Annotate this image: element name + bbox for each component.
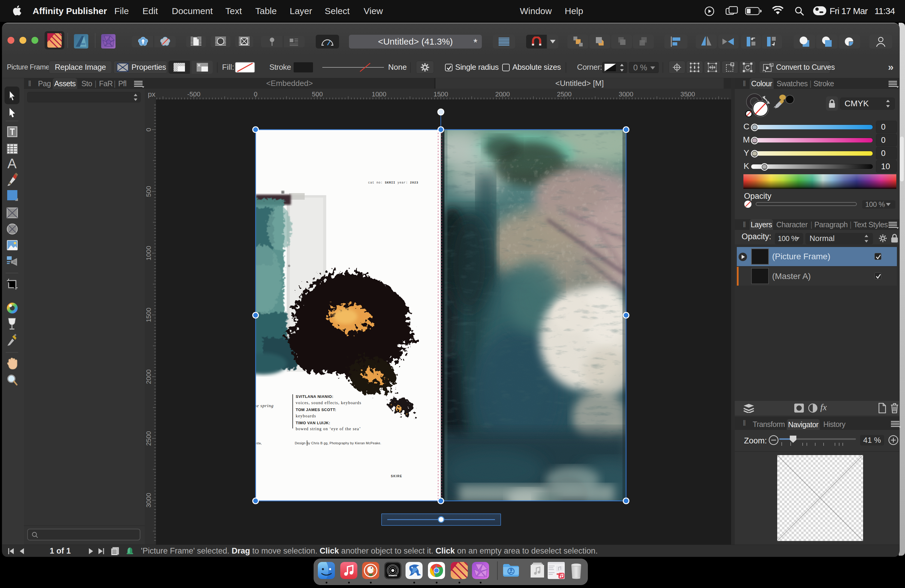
svg-text:3000: 3000 (145, 493, 152, 507)
svg-text:0: 0 (254, 91, 257, 98)
svg-text:0: 0 (145, 128, 152, 132)
svg-text:-500: -500 (187, 91, 200, 98)
svg-text:1500: 1500 (433, 91, 448, 98)
svg-text:2000: 2000 (495, 91, 510, 98)
svg-text:2500: 2500 (557, 91, 572, 98)
svg-text:1000: 1000 (372, 91, 386, 98)
svg-text:2000: 2000 (145, 369, 152, 384)
svg-text:500: 500 (145, 186, 152, 197)
svg-text:2500: 2500 (145, 431, 152, 446)
svg-text:500: 500 (312, 91, 323, 98)
svg-text:1000: 1000 (145, 246, 152, 261)
svg-text:3000: 3000 (619, 91, 633, 98)
svg-text:1500: 1500 (145, 307, 152, 322)
svg-text:3500: 3500 (681, 91, 695, 98)
